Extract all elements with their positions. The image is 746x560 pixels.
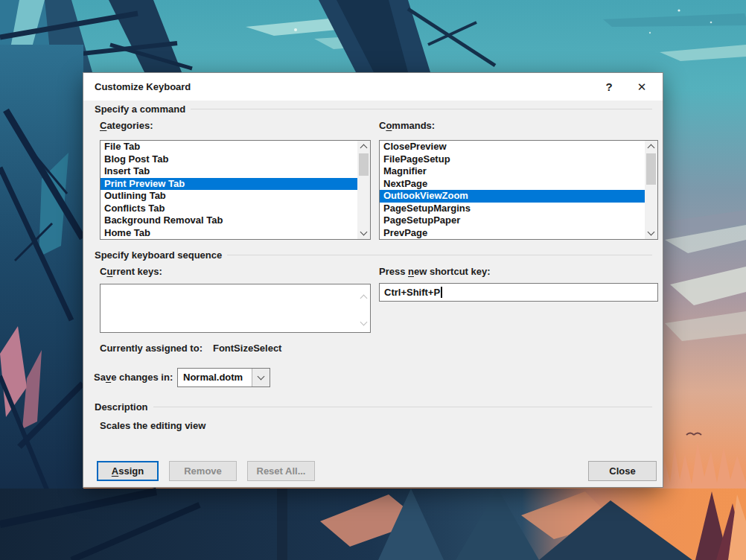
chevron-down-icon: [258, 373, 265, 381]
currently-assigned-value: FontSizeSelect: [213, 343, 281, 354]
save-changes-label: Save changes in:: [94, 372, 173, 383]
list-item[interactable]: NextPage: [380, 178, 645, 191]
customize-keyboard-dialog: Customize Keyboard ? ✕ Specify a command…: [83, 72, 663, 488]
close-button[interactable]: Close: [588, 461, 657, 481]
save-changes-value: Normal.dotm: [178, 369, 252, 386]
list-item[interactable]: Conflicts Tab: [101, 203, 357, 215]
shortcut-key-value: Ctrl+Shift+P: [384, 287, 440, 298]
section-label: Specify a command: [95, 104, 185, 115]
list-item[interactable]: PageSetupPaper: [380, 214, 645, 227]
remove-button: Remove: [169, 461, 237, 481]
currently-assigned-label: Currently assigned to:: [100, 343, 203, 354]
shortcut-key-input[interactable]: Ctrl+Shift+P: [379, 283, 658, 302]
assign-button[interactable]: Assign: [97, 461, 159, 481]
scroll-down-icon[interactable]: [357, 227, 370, 239]
shortcut-key-label: Press new shortcut key:: [379, 266, 491, 277]
dialog-title: Customize Keyboard: [95, 81, 593, 92]
reset-all-button: Reset All...: [247, 461, 315, 481]
commands-listbox[interactable]: ClosePreviewFilePageSetupMagnifierNextPa…: [379, 140, 658, 240]
current-keys-listbox[interactable]: [100, 284, 371, 333]
section-divider: [191, 109, 652, 109]
scroll-up-icon: [361, 290, 366, 304]
categories-listbox[interactable]: File TabBlog Post TabInsert TabPrint Pre…: [100, 140, 371, 240]
dialog-titlebar[interactable]: Customize Keyboard ? ✕: [83, 73, 663, 101]
scrollbar-thumb[interactable]: [359, 153, 369, 176]
list-item[interactable]: OutlookViewZoom: [380, 190, 645, 203]
list-item[interactable]: Blog Post Tab: [101, 153, 357, 166]
scroll-up-icon[interactable]: [645, 141, 657, 153]
list-item[interactable]: File Tab: [101, 141, 357, 153]
section-keyboard-sequence: Specify keyboard sequence: [95, 247, 652, 262]
list-item[interactable]: Print Preview Tab: [101, 178, 357, 191]
wallpaper-bottom-forest: [0, 489, 746, 560]
current-keys-items: [101, 284, 357, 332]
scroll-down-icon[interactable]: [645, 227, 657, 239]
section-divider: [153, 407, 652, 407]
description-text: Scales the editing view: [100, 420, 205, 431]
section-specify-command: Specify a command: [95, 101, 652, 116]
list-item[interactable]: PrevPage: [380, 227, 645, 240]
scroll-down-icon: [361, 314, 366, 328]
section-description: Description: [95, 399, 652, 414]
help-icon[interactable]: ?: [593, 80, 625, 93]
categories-scrollbar[interactable]: [357, 141, 370, 239]
section-divider: [227, 255, 652, 255]
combo-dropdown-button[interactable]: [252, 369, 270, 386]
list-item[interactable]: Background Removal Tab: [101, 214, 357, 227]
categories-label: Categories:: [100, 120, 153, 131]
list-item[interactable]: Magnifier: [380, 165, 645, 178]
section-label: Description: [95, 401, 148, 413]
desktop: Customize Keyboard ? ✕ Specify a command…: [0, 0, 746, 560]
list-item[interactable]: ClosePreview: [380, 141, 645, 153]
commands-label: Commands:: [379, 120, 435, 131]
list-item[interactable]: Home Tab: [101, 227, 357, 240]
text-caret: [441, 287, 442, 298]
save-changes-combobox[interactable]: Normal.dotm: [177, 368, 270, 387]
list-item[interactable]: PageSetupMargins: [380, 203, 645, 215]
list-item[interactable]: Outlining Tab: [101, 190, 357, 203]
scrollbar-thumb[interactable]: [646, 153, 656, 185]
scroll-up-icon[interactable]: [357, 141, 370, 153]
wallpaper-left-forest: [0, 45, 83, 560]
list-item[interactable]: FilePageSetup: [380, 153, 645, 166]
list-item[interactable]: Insert Tab: [101, 165, 357, 178]
currently-assigned-row: Currently assigned to: FontSizeSelect: [100, 343, 281, 354]
commands-items: ClosePreviewFilePageSetupMagnifierNextPa…: [380, 141, 645, 239]
section-label: Specify keyboard sequence: [95, 249, 222, 261]
current-keys-label: Current keys:: [100, 266, 162, 277]
close-icon[interactable]: ✕: [625, 80, 658, 94]
categories-items: File TabBlog Post TabInsert TabPrint Pre…: [101, 141, 357, 239]
commands-scrollbar[interactable]: [645, 141, 657, 239]
